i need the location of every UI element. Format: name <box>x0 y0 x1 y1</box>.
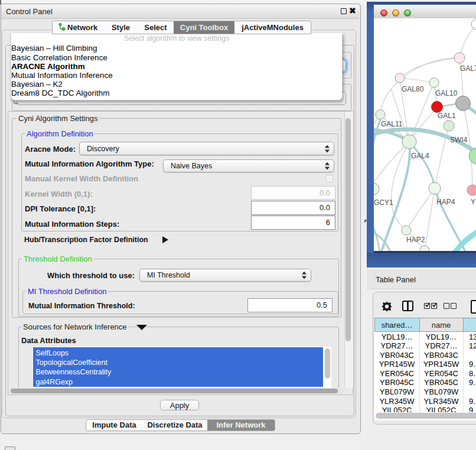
svg-text:HAP2: HAP2 <box>406 236 425 244</box>
svg-text:GCY1: GCY1 <box>374 198 393 207</box>
svg-text:GAL7: GAL7 <box>460 64 476 73</box>
svg-text:GAL80: GAL80 <box>402 85 424 93</box>
svg-text:GAL11: GAL11 <box>381 120 403 128</box>
svg-text:Y: Y <box>471 198 475 206</box>
svg-text:SWI4: SWI4 <box>450 136 468 144</box>
svg-text:GAL1: GAL1 <box>438 112 456 120</box>
svg-text:GAL4: GAL4 <box>411 152 429 160</box>
svg-text:GAL10: GAL10 <box>435 89 458 97</box>
svg-text:HAP4: HAP4 <box>436 198 455 206</box>
